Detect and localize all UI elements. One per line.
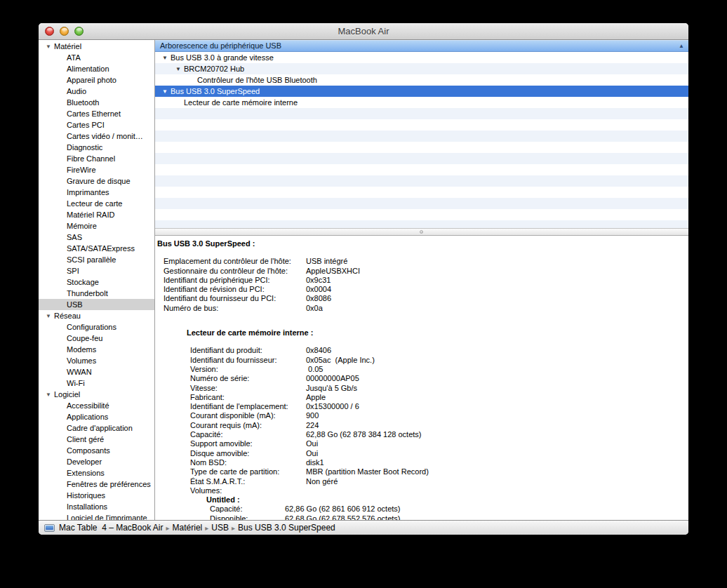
sidebar-item-applications[interactable]: Applications [39,411,154,422]
sidebar-item-gravure-de-disque[interactable]: Gravure de disque [39,175,154,187]
sidebar-item-cadre-d-application[interactable]: Cadre d'application [39,422,154,434]
disclosure-triangle-icon[interactable]: ▼ [162,53,171,64]
sidebar-section-matériel[interactable]: ▼Matériel [39,41,154,52]
breadcrumb-segment[interactable]: USB [211,523,229,533]
breadcrumb: Mac Table 4 – MacBook Air▸Matériel▸USB▸B… [59,523,335,533]
sidebar-item-coupe-feu[interactable]: Coupe-feu [39,333,154,344]
sidebar-item-cartes-vid-o-monit-[interactable]: Cartes vidéo / monit… [39,131,154,142]
details-value: 0x0a [306,304,323,313]
sidebar-item-thunderbolt[interactable]: Thunderbolt [39,288,154,299]
sidebar-item-volumes[interactable]: Volumes [39,355,154,366]
sidebar-item-cartes-ethernet[interactable]: Cartes Ethernet [39,108,154,119]
details-label: Volumes: [190,486,306,495]
details-value: 00000000AP05 [306,374,359,383]
sidebar-item-ata[interactable]: ATA [39,52,154,63]
details-value: 0x0004 [306,285,331,294]
sidebar-item-extensions[interactable]: Extensions [39,467,154,479]
details-label: Emplacement du contrôleur de l'hôte: [164,257,306,266]
details-row: Identifiant du fournisseur:0x05ac (Apple… [155,356,688,365]
details-value: 62,68 Go (62 678 552 576 octets) [285,514,401,520]
tree-row-contr-leur-de-l-h-te-usb-bluetooth[interactable]: Contrôleur de l'hôte USB Bluetooth [155,74,688,86]
breadcrumb-segment[interactable]: Bus USB 3.0 SuperSpeed [238,523,335,533]
title-bar[interactable]: MacBook Air [39,23,688,40]
details-label: Fabricant: [190,393,306,402]
sidebar-item-configurations[interactable]: Configurations [39,321,154,333]
details-row: Fabricant:Apple [155,393,688,402]
disclosure-triangle-icon[interactable]: ▼ [46,311,54,322]
sidebar-item-stockage[interactable]: Stockage [39,276,154,288]
sidebar-item-audio[interactable]: Audio [39,86,154,97]
details-row: Identifiant du fournisseur du PCI:0x8086 [155,294,688,303]
details-label: Capacité: [190,430,306,439]
sidebar-item-client-g-r-[interactable]: Client géré [39,434,154,445]
disclosure-triangle-icon[interactable]: ▼ [175,64,184,75]
sidebar-item-scsi-parall-le[interactable]: SCSI parallèle [39,254,154,265]
tree-row-lecteur-de-carte-m-moire-interne[interactable]: Lecteur de carte mémoire interne [155,97,688,108]
sidebar-section-réseau[interactable]: ▼Réseau [39,310,154,321]
sidebar-item-accessibilit-[interactable]: Accessibilité [39,400,154,411]
details-value: 0x15300000 / 6 [306,402,359,411]
sidebar-item-fen-tres-de-pr-f-rences[interactable]: Fenêtres de préférences [39,479,154,490]
sidebar-item-modems[interactable]: Modems [39,344,154,355]
tree-row-label: Lecteur de carte mémoire interne [184,98,298,107]
usb-tree-column-title: Arborescence du périphérique USB [160,41,281,50]
details-value: Oui [306,449,318,458]
sidebar-item-appareil-photo[interactable]: Appareil photo [39,74,154,86]
sidebar-item-spi[interactable]: SPI [39,265,154,276]
sidebar-item-usb[interactable]: USB [39,299,154,310]
main-content: ▼MatérielATAAlimentationAppareil photoAu… [39,40,688,520]
usb-device-tree: ▼Bus USB 3.0 à grande vitesse▼BRCM20702 … [155,52,688,228]
details-section-title: Lecteur de carte mémoire interne : [187,328,688,338]
details-label: Numéro de bus: [164,304,306,313]
details-label: Identifiant du produit: [190,346,306,355]
sidebar-item-bluetooth[interactable]: Bluetooth [39,97,154,108]
disclosure-triangle-icon[interactable]: ▼ [46,41,54,53]
sidebar-item-logiciel-de-l-imprimante[interactable]: Logiciel de l'imprimante [39,512,154,520]
details-row: Nom BSD:disk1 [155,458,688,467]
sidebar-item-alimentation[interactable]: Alimentation [39,63,154,74]
sidebar-section-logiciel[interactable]: ▼Logiciel [39,389,154,400]
sidebar-item-composants[interactable]: Composants [39,445,154,456]
sidebar-item-developer[interactable]: Developer [39,456,154,467]
details-value: 0x8086 [306,294,331,303]
tree-row-bus-usb-3-0-grande-vitesse[interactable]: ▼Bus USB 3.0 à grande vitesse [155,52,688,63]
pane-splitter[interactable] [155,228,688,236]
tree-row-brcm20702-hub[interactable]: ▼BRCM20702 Hub [155,63,688,74]
details-value: Jusqu'à 5 Gb/s [306,384,357,393]
sidebar-item-sata-sataexpress[interactable]: SATA/SATAExpress [39,243,154,254]
sidebar-item-fibre-channel[interactable]: Fibre Channel [39,153,154,164]
sidebar-item-wwan[interactable]: WWAN [39,366,154,377]
details-label: Type de carte de partition: [190,467,306,476]
sidebar-item-m-moire[interactable]: Mémoire [39,220,154,232]
status-bar: Mac Table 4 – MacBook Air▸Matériel▸USB▸B… [39,520,688,535]
sidebar-item-historiques[interactable]: Historiques [39,490,154,501]
sidebar-item-sas[interactable]: SAS [39,232,154,243]
disclosure-triangle-icon[interactable]: ▼ [46,389,54,401]
desktop-background: { "window": { "title": "MacBook Air" }, … [0,0,727,588]
details-value: 0x9c31 [306,276,331,285]
details-section-1: Lecteur de carte mémoire interne :Identi… [155,328,688,495]
splitter-grip-icon [420,230,423,234]
details-row: Emplacement du contrôleur de l'hôte:USB … [155,257,688,266]
breadcrumb-segment[interactable]: Matériel [173,523,203,533]
details-label: Disponible: [210,514,285,520]
sidebar-item-imprimantes[interactable]: Imprimantes [39,187,154,198]
tree-row-label: BRCM20702 Hub [184,65,244,73]
computer-icon [44,524,55,532]
sidebar-item-firewire[interactable]: FireWire [39,164,154,175]
sidebar-item-mat-riel-raid[interactable]: Matériel RAID [39,209,154,220]
sidebar-item-lecteur-de-carte[interactable]: Lecteur de carte [39,198,154,209]
usb-tree-column-header[interactable]: Arborescence du périphérique USB ▲ [155,40,688,52]
sidebar-item-diagnostic[interactable]: Diagnostic [39,142,154,153]
category-sidebar: ▼MatérielATAAlimentationAppareil photoAu… [39,40,155,520]
details-row: Gestionnaire du contrôleur de l'hôte:App… [155,267,688,276]
tree-row-label: Bus USB 3.0 SuperSpeed [171,87,260,95]
sidebar-item-installations[interactable]: Installations [39,501,154,512]
disclosure-triangle-icon[interactable]: ▼ [162,86,171,98]
sidebar-item-wi-fi[interactable]: Wi-Fi [39,377,154,389]
tree-row-label: Bus USB 3.0 à grande vitesse [171,53,274,62]
details-label: Identifiant de l'emplacement: [190,402,306,411]
tree-row-bus-usb-3-0-superspeed[interactable]: ▼Bus USB 3.0 SuperSpeed [155,86,688,97]
details-row: Volumes: [155,486,688,495]
sidebar-item-cartes-pci[interactable]: Cartes PCI [39,119,154,131]
